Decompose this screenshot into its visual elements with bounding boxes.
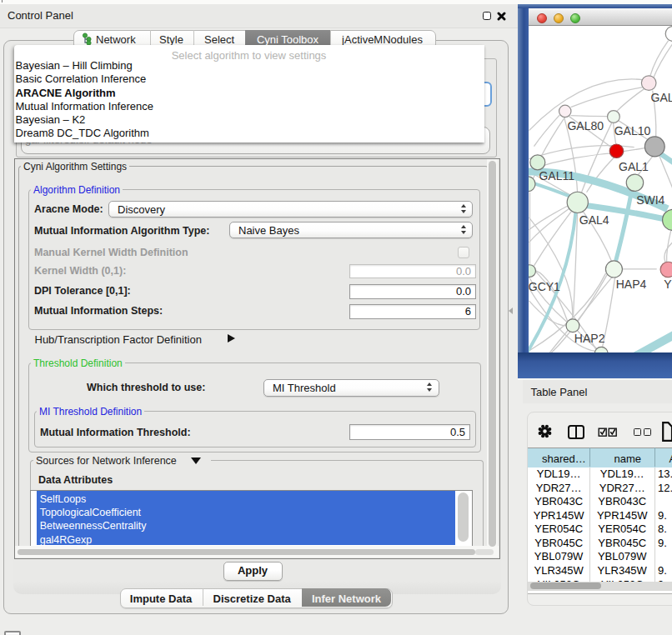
svg-text:GAL10: GAL10 [614, 124, 651, 138]
svg-text:GCY1: GCY1 [529, 280, 560, 293]
svg-text:SWI4: SWI4 [636, 193, 664, 207]
svg-text:GAL80: GAL80 [567, 118, 604, 132]
svg-text:HAP4: HAP4 [616, 278, 647, 291]
svg-text:GAL11: GAL11 [539, 169, 574, 182]
svg-text:GAL2: GAL2 [650, 90, 672, 103]
svg-text:YM: YM [664, 278, 672, 291]
svg-text:GAL1: GAL1 [619, 160, 649, 173]
svg-text:HAP2: HAP2 [574, 332, 605, 345]
svg-text:GAL4: GAL4 [579, 213, 609, 227]
